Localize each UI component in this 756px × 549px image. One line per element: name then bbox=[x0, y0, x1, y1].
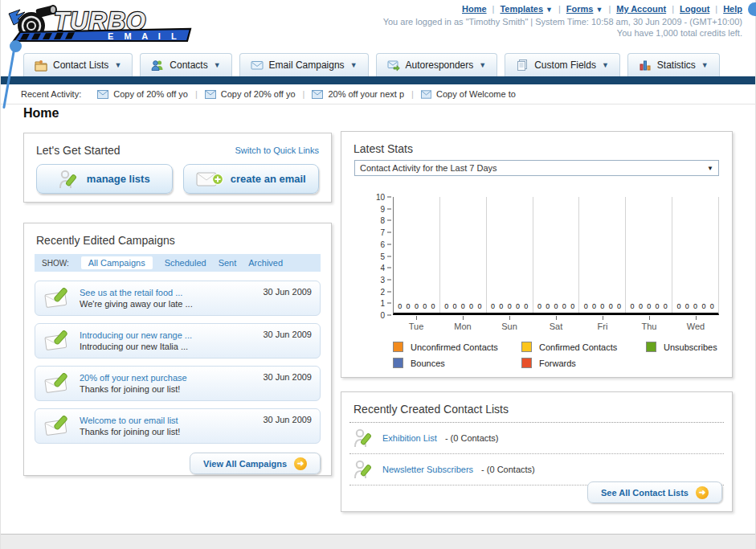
manage-lists-label: manage lists bbox=[87, 173, 150, 185]
tab-contact-lists[interactable]: Contact Lists ▼ bbox=[23, 53, 133, 76]
stats-period-select[interactable]: Contact Activity for the Last 7 Days ▼ bbox=[354, 160, 719, 176]
activity-item-label: Copy of 20% off yo bbox=[221, 89, 296, 99]
nav-link-logout[interactable]: Logout bbox=[680, 4, 709, 14]
campaign-title-link[interactable]: 20% off your next purchase bbox=[80, 372, 263, 383]
filter-sent[interactable]: Sent bbox=[219, 258, 237, 268]
data-value-label: 0 bbox=[452, 302, 456, 310]
legend-item: Confirmed Contacts bbox=[521, 342, 646, 352]
recent-activity-item[interactable]: 20% off your next p bbox=[312, 89, 404, 99]
nav-link-label: Templates bbox=[500, 4, 543, 14]
y-tick: 6 bbox=[380, 240, 391, 248]
activity-item-label: Copy of Welcome to bbox=[436, 89, 516, 99]
chevron-down-icon: ▼ bbox=[546, 6, 553, 14]
legend-item: Unsubscribes bbox=[646, 342, 719, 352]
recent-activity-item[interactable]: Copy of 20% off yo bbox=[97, 89, 188, 99]
nav-link-my-account[interactable]: My Account bbox=[616, 4, 666, 14]
data-value-label: 0 bbox=[431, 302, 435, 310]
nav-link-help[interactable]: Help bbox=[723, 4, 742, 14]
tab-custom-fields[interactable]: Custom Fields ▼ bbox=[505, 53, 620, 76]
tab-label: Autoresponders bbox=[406, 59, 474, 71]
y-tick: 7 bbox=[380, 228, 391, 237]
orange-arrow-icon: ➜ bbox=[294, 457, 307, 470]
data-value-label: 0 bbox=[685, 302, 689, 310]
contact-list-link[interactable]: Exhibition List bbox=[382, 433, 437, 443]
recent-activity-label: Recent Activity: bbox=[21, 89, 81, 99]
create-email-button[interactable]: create an email bbox=[183, 164, 320, 194]
navy-divider-bar bbox=[1, 76, 755, 84]
chevron-down-icon: ▼ bbox=[114, 61, 121, 69]
see-all-contact-lists-button[interactable]: See All Contact Lists ➜ bbox=[587, 481, 722, 503]
login-info: You are logged in as "Timothy Smith" | S… bbox=[383, 17, 742, 27]
pin-dot-decoration bbox=[10, 40, 22, 52]
y-tick: 10 bbox=[376, 193, 391, 202]
contact-lists-folder-icon bbox=[35, 59, 47, 72]
campaign-filter-bar: SHOW: All Campaigns Scheduled Sent Archi… bbox=[35, 254, 321, 272]
campaign-title-link[interactable]: Introducing our new range ... bbox=[80, 330, 263, 341]
data-value-label: 0 bbox=[537, 302, 541, 310]
filter-archived[interactable]: Archived bbox=[248, 258, 283, 268]
data-value-label: 0 bbox=[516, 302, 520, 310]
data-value-label: 0 bbox=[664, 302, 668, 310]
footer-strip bbox=[1, 534, 755, 549]
view-all-campaigns-button[interactable]: View All Campaigns ➜ bbox=[190, 453, 321, 474]
chevron-down-icon: ▼ bbox=[214, 61, 221, 69]
create-email-label: create an email bbox=[231, 173, 306, 185]
legend-swatch bbox=[521, 358, 532, 368]
x-axis-label: Sun bbox=[486, 316, 533, 331]
x-axis-label: Wed bbox=[672, 316, 719, 331]
contact-list-count: - (0 Contacts) bbox=[481, 465, 535, 474]
filter-all-campaigns[interactable]: All Campaigns bbox=[81, 256, 153, 269]
legend-swatch bbox=[393, 358, 403, 368]
envelope-icon bbox=[421, 90, 431, 99]
autoresponder-envelope-arrow-icon bbox=[387, 59, 400, 72]
nav-link-templates[interactable]: Templates▼ bbox=[500, 4, 553, 14]
tab-statistics[interactable]: Statistics ▼ bbox=[627, 53, 720, 76]
data-value-label: 0 bbox=[609, 302, 613, 310]
campaign-title-link[interactable]: Welcome to our email list bbox=[80, 415, 263, 426]
switch-quick-links[interactable]: Switch to Quick Links bbox=[235, 145, 319, 155]
statistics-bar-chart-icon bbox=[639, 59, 652, 72]
person-pencil-icon bbox=[59, 169, 80, 190]
latest-stats-title: Latest Stats bbox=[353, 142, 413, 155]
data-value-label: 0 bbox=[508, 302, 512, 310]
campaign-row[interactable]: Introducing our new range ... Introducin… bbox=[35, 323, 321, 358]
contact-list-link[interactable]: Newsletter Subscribers bbox=[382, 465, 473, 474]
corner-dot-decoration bbox=[748, 2, 756, 16]
recent-activity-item[interactable]: Copy of Welcome to bbox=[421, 89, 516, 99]
tab-contacts[interactable]: Contacts ▼ bbox=[140, 53, 231, 76]
tab-email-campaigns[interactable]: Email Campaigns ▼ bbox=[239, 53, 369, 76]
campaign-row[interactable]: See us at the retail food ... We're givi… bbox=[35, 281, 321, 316]
data-value-label: 0 bbox=[524, 302, 528, 310]
nav-link-home[interactable]: Home bbox=[462, 4, 487, 14]
contact-lists-title: Recently Created Contact Lists bbox=[353, 403, 509, 416]
envelope-icon bbox=[205, 90, 216, 99]
nav-separator: | bbox=[492, 4, 495, 14]
data-value-label: 0 bbox=[546, 302, 550, 310]
legend-item: Forwards bbox=[521, 358, 646, 368]
campaign-title-link[interactable]: See us at the retail food ... bbox=[80, 287, 263, 298]
data-value-label: 0 bbox=[656, 302, 660, 310]
data-value-label: 0 bbox=[491, 302, 495, 310]
data-value-label: 0 bbox=[570, 302, 574, 310]
filter-scheduled[interactable]: Scheduled bbox=[165, 258, 206, 268]
campaign-row[interactable]: Welcome to our email list Thanks for joi… bbox=[35, 408, 321, 444]
page: TURBO E M A I L Home| Templates▼| Forms▼… bbox=[0, 0, 756, 549]
stats-period-value: Contact Activity for the Last 7 Days bbox=[360, 163, 497, 173]
campaign-row[interactable]: 20% off your next purchase Thanks for jo… bbox=[35, 366, 321, 401]
recent-activity-item[interactable]: Copy of 20% off yo bbox=[205, 89, 296, 99]
y-tick: 4 bbox=[380, 264, 391, 272]
manage-lists-button[interactable]: manage lists bbox=[36, 164, 173, 194]
data-value-label: 0 bbox=[584, 302, 588, 310]
y-tick: 9 bbox=[380, 204, 391, 213]
nav-link-forms[interactable]: Forms▼ bbox=[566, 4, 603, 14]
latest-stats-panel: Latest Stats Contact Activity for the La… bbox=[341, 131, 733, 378]
chart-plot: 00000000000000000000000000000000000 bbox=[393, 197, 719, 315]
contact-list-row[interactable]: Exhibition List - (0 Contacts) bbox=[349, 423, 724, 454]
contact-list-count: - (0 Contacts) bbox=[445, 433, 499, 443]
campaign-subtitle: Thanks for joining our list! bbox=[80, 426, 263, 437]
credits-info: You have 1,000 total credits left. bbox=[617, 28, 742, 38]
tab-autoresponders[interactable]: Autoresponders ▼ bbox=[376, 53, 498, 76]
x-axis-label: Sat bbox=[533, 316, 579, 331]
turbo-logo-graphic: TURBO E M A I L bbox=[7, 2, 194, 44]
chart-group: 00000 bbox=[439, 197, 486, 313]
